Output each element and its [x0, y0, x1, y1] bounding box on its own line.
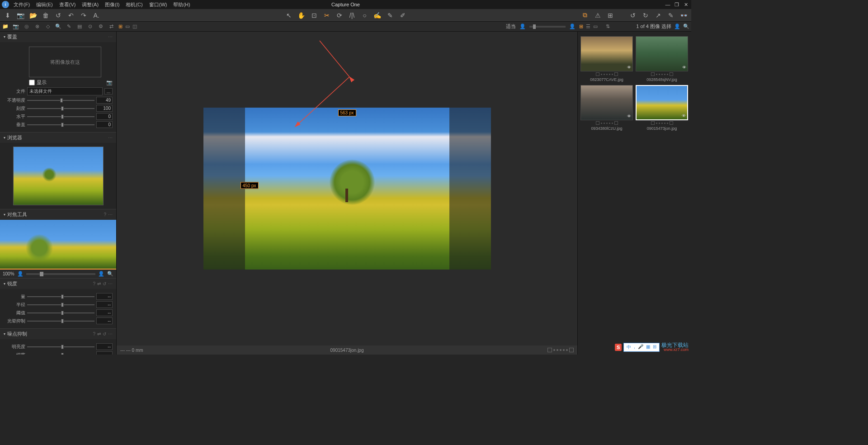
horiz-slider[interactable]	[27, 114, 94, 120]
glasses-icon[interactable]: 👓	[679, 11, 688, 19]
hand-tool-icon[interactable]: ✋	[297, 11, 306, 19]
panel-menu-icon[interactable]: ⋯	[108, 135, 113, 140]
detail-value[interactable]: --	[96, 351, 113, 355]
quick-tab-icon[interactable]: ⇄	[108, 23, 115, 30]
reset-icon[interactable]: ↺	[103, 281, 106, 286]
capture-tab-icon[interactable]: 📷	[12, 23, 19, 30]
menu-window[interactable]: 窗口(W)	[146, 0, 170, 9]
folder-icon[interactable]: 📂	[29, 11, 37, 19]
scale-value[interactable]: 100	[96, 105, 113, 112]
eraser-tool-icon[interactable]: ✎	[386, 11, 394, 19]
menu-help[interactable]: 帮助(H)	[170, 0, 193, 9]
detail-tab-icon[interactable]: 🔍	[55, 23, 61, 30]
collapse-icon[interactable]: ▾	[4, 136, 5, 140]
footer-rating[interactable]	[547, 348, 574, 352]
viewer-zoom-slider[interactable]	[529, 26, 566, 28]
keystone-tool-icon[interactable]: /|\	[348, 11, 356, 19]
view-split-icon[interactable]: ◫	[132, 24, 137, 29]
amount-value[interactable]: --	[96, 293, 113, 300]
undo-icon[interactable]: ↶	[67, 11, 75, 19]
browser-grid-icon[interactable]: ⊞	[579, 24, 583, 29]
lens-tab-icon[interactable]: ◎	[23, 23, 30, 30]
spot-tool-icon[interactable]: ○	[361, 11, 369, 19]
draw-tool-icon[interactable]: ✐	[399, 11, 407, 19]
navigator-preview[interactable]	[13, 147, 104, 205]
color-tab-icon[interactable]: ⊗	[33, 23, 40, 30]
opacity-value[interactable]: 49	[96, 97, 113, 104]
adjust-tab-icon[interactable]: ✎	[66, 23, 72, 30]
menu-edit[interactable]: 编辑(E)	[33, 0, 56, 9]
export-icon[interactable]: ↗	[654, 11, 662, 19]
overlay-dropzone[interactable]: 将图像放在这	[29, 47, 101, 77]
file-browse-button[interactable]: ...	[104, 88, 113, 95]
browser-search-icon[interactable]: 🔍	[683, 24, 689, 29]
amount-slider[interactable]	[27, 294, 94, 300]
cursor-tool-icon[interactable]: ↖	[285, 11, 293, 19]
luminance-slider[interactable]	[27, 344, 94, 350]
focus-preview[interactable]	[0, 220, 116, 270]
person2-icon[interactable]: 👤	[569, 24, 576, 29]
trash-icon[interactable]: 🗑	[42, 11, 50, 19]
vert-value[interactable]: 0	[96, 121, 113, 128]
opacity-slider[interactable]	[27, 97, 94, 104]
rotate-tool-icon[interactable]: ⟳	[335, 11, 344, 19]
threshold-value[interactable]: --	[96, 309, 113, 316]
menu-view[interactable]: 查看(V)	[57, 0, 79, 9]
collapse-icon[interactable]: ▾	[4, 332, 5, 336]
thumbnail-item[interactable]: 👁 09015473jon.jpg	[636, 85, 688, 131]
detail-slider[interactable]	[27, 352, 94, 355]
browser-list-icon[interactable]: ☰	[586, 24, 590, 29]
browser-film-icon[interactable]: ▭	[593, 24, 598, 29]
panel-menu-icon[interactable]: ⋯	[108, 281, 113, 286]
halo-slider[interactable]	[27, 318, 94, 324]
radius-value[interactable]: --	[96, 301, 113, 308]
batch-tab-icon[interactable]: ⚙	[97, 23, 104, 30]
view-grid-icon[interactable]: ⊞	[118, 24, 123, 29]
menu-adjust[interactable]: 调整(A)	[79, 0, 101, 9]
panel-menu-icon[interactable]: ⋯	[108, 212, 113, 217]
redo-icon[interactable]: ↷	[80, 11, 88, 19]
reset-icon[interactable]: ↺	[54, 11, 62, 19]
panel-menu-icon[interactable]: ⋯	[108, 34, 113, 39]
zoom-person2-icon[interactable]: 👤	[98, 271, 104, 277]
browser-person-icon[interactable]: 👤	[674, 24, 680, 29]
thumb-rating[interactable]	[636, 120, 688, 126]
brush-tool-icon[interactable]: ✍	[373, 11, 382, 19]
horiz-value[interactable]: 0	[96, 113, 113, 120]
preset-icon[interactable]: ⇄	[97, 281, 101, 286]
thumb-rating[interactable]	[636, 71, 688, 77]
thumb-rating[interactable]	[580, 71, 633, 77]
menu-file[interactable]: 文件(F)	[11, 0, 33, 9]
focus-zoom-slider[interactable]	[26, 273, 95, 275]
thumbnail-item[interactable]: 👁 0928548sjNV.jpg	[636, 36, 688, 82]
reset-icon[interactable]: ↺	[103, 331, 106, 336]
maximize-button[interactable]: ❐	[674, 2, 679, 8]
output-tab-icon[interactable]: ⊙	[87, 23, 94, 30]
copy-adjustments-icon[interactable]: ⧉	[581, 11, 589, 19]
rotate-right-icon[interactable]: ↻	[642, 11, 650, 19]
scale-slider[interactable]	[27, 105, 94, 112]
collapse-icon[interactable]: ▾	[4, 35, 5, 39]
crop-overlay[interactable]: 563 px 450 px	[203, 108, 491, 270]
help-icon[interactable]: ?	[93, 281, 95, 286]
warning-icon[interactable]: ⚠	[594, 11, 602, 19]
thumbnail-item[interactable]: 👁 0823077CAVE.jpg	[580, 36, 633, 82]
collapse-icon[interactable]: ▾	[4, 213, 5, 217]
import-icon[interactable]: ⬇	[4, 11, 12, 19]
person-icon[interactable]: 👤	[519, 24, 526, 29]
help-icon[interactable]: ?	[104, 212, 106, 217]
zoom-person-icon[interactable]: 👤	[17, 271, 24, 277]
threshold-slider[interactable]	[27, 310, 94, 316]
library-tab-icon[interactable]: 📁	[2, 23, 9, 30]
menu-camera[interactable]: 相机(C)	[123, 0, 145, 9]
radius-slider[interactable]	[27, 302, 94, 308]
vert-slider[interactable]	[27, 122, 94, 128]
loupe-tool-icon[interactable]: ⊡	[310, 11, 318, 19]
metadata-tab-icon[interactable]: ▤	[76, 23, 83, 30]
camera-small-icon[interactable]: 📷	[106, 80, 113, 85]
crop-tool-icon[interactable]: ✂	[323, 11, 331, 19]
edit-icon[interactable]: ✎	[667, 11, 675, 19]
minimize-button[interactable]: —	[665, 2, 670, 8]
capture-icon[interactable]: 📷	[16, 11, 24, 19]
halo-value[interactable]: --	[96, 317, 113, 324]
